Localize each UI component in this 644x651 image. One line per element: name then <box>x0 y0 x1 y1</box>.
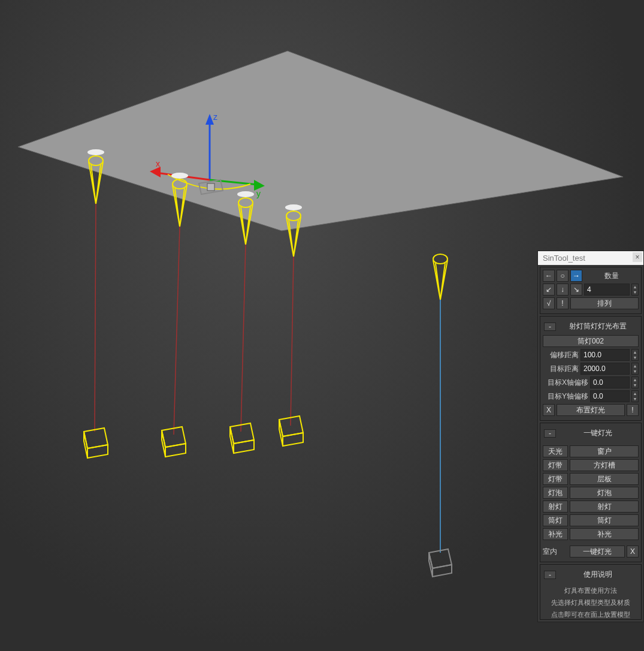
svg-point-11 <box>87 149 104 155</box>
spot-button[interactable]: 射灯 <box>570 501 639 513</box>
onekey-x-button[interactable]: X <box>627 545 639 557</box>
svg-point-35 <box>433 254 448 264</box>
svg-point-29 <box>285 204 302 210</box>
svg-line-13 <box>95 204 96 432</box>
targety-spinner[interactable]: ▲▼ <box>631 390 639 402</box>
dir-dr-icon[interactable]: ↘ <box>570 284 582 296</box>
dir-left-icon[interactable]: ← <box>543 270 555 282</box>
target-input[interactable]: 2000.0 <box>580 363 630 375</box>
ceiling-plane <box>18 51 623 231</box>
svg-text:x: x <box>156 159 160 168</box>
light-4[interactable] <box>279 204 303 446</box>
collapse-icon[interactable]: - <box>544 323 556 331</box>
target-spinner[interactable]: ▲▼ <box>631 363 639 375</box>
dir-down-icon[interactable]: ↓ <box>557 284 569 296</box>
offset-label: 偏移距离 <box>543 350 579 360</box>
svg-text:z: z <box>213 112 217 122</box>
svg-text:y: y <box>256 189 261 198</box>
sky-label[interactable]: 天光 <box>543 445 568 457</box>
arrange-button[interactable]: 排列 <box>570 297 639 309</box>
arrange-group: ← ○ → 数量 ↙ ↓ ↘ 4 ▲▼ √ ! 排列 <box>540 267 642 314</box>
place-warn-icon[interactable]: ! <box>627 404 639 416</box>
svg-rect-10 <box>207 183 214 191</box>
svg-marker-28 <box>234 440 254 453</box>
fill-button[interactable]: 补光 <box>570 528 639 540</box>
shelf-button[interactable]: 层板 <box>570 473 639 485</box>
down-button[interactable]: 筒灯 <box>570 514 639 526</box>
targety-label: 目标Y轴偏移 <box>543 391 588 402</box>
svg-line-19 <box>174 227 180 435</box>
count-label: 数量 <box>584 271 639 281</box>
svg-line-25 <box>241 245 246 432</box>
indoor-button[interactable]: 室内 <box>543 547 568 557</box>
help-line-2: 先选择灯具模型类型及材质 <box>543 595 639 607</box>
svg-marker-34 <box>283 433 303 446</box>
panel-title-bar[interactable]: SinTool_test × <box>538 251 643 265</box>
help-line-3: 点击即可在在面上放置模型 <box>543 607 639 619</box>
count-input[interactable]: 4 <box>584 284 630 296</box>
collapse-icon[interactable]: - <box>544 429 556 438</box>
collapse-icon[interactable]: - <box>544 571 556 579</box>
light-2[interactable] <box>162 173 188 457</box>
svg-marker-22 <box>165 444 186 457</box>
dir-dl-icon[interactable]: ↙ <box>543 284 555 296</box>
svg-point-23 <box>237 191 254 197</box>
offset-spinner[interactable]: ▲▼ <box>631 349 639 361</box>
onekey-title: 一键灯光 <box>558 428 637 438</box>
help-group: - 使用说明 灯具布置使用方法 先选择灯具模型类型及材质 点击即可在在面上放置模… <box>540 564 642 620</box>
light-name-button[interactable]: 筒灯002 <box>543 335 639 347</box>
help-line-1: 灯具布置使用方法 <box>543 583 639 595</box>
targetx-input[interactable]: 0.0 <box>590 376 630 388</box>
fill-label[interactable]: 补光 <box>543 528 568 540</box>
help-title: 使用说明 <box>558 569 637 580</box>
svg-line-31 <box>291 257 294 426</box>
check-icon[interactable]: √ <box>543 297 555 309</box>
sintool-panel: SinTool_test × ← ○ → 数量 ↙ ↓ ↘ 4 ▲▼ √ ! 排… <box>537 251 644 622</box>
targetx-spinner[interactable]: ▲▼ <box>631 376 639 388</box>
onekey-group: - 一键灯光 天光窗户 灯带方灯槽 灯带层板 灯泡灯泡 射灯射灯 筒灯筒灯 补光… <box>540 423 642 562</box>
onekey-light-button[interactable]: 一键灯光 <box>570 545 625 557</box>
svg-point-17 <box>171 173 188 179</box>
window-button[interactable]: 窗户 <box>570 445 639 457</box>
dir-circle-icon[interactable]: ○ <box>557 270 569 282</box>
panel-title-text: SinTool_test <box>543 254 585 263</box>
light-layout-group: - 射灯筒灯灯光布置 筒灯002 偏移距离 100.0 ▲▼ 目标距离 2000… <box>540 316 642 421</box>
offset-input[interactable]: 100.0 <box>580 349 630 361</box>
warn-icon[interactable]: ! <box>557 297 569 309</box>
target-label: 目标距离 <box>543 364 579 374</box>
bulb-label[interactable]: 灯泡 <box>543 487 568 499</box>
targetx-label: 目标X轴偏移 <box>543 378 588 388</box>
targety-input[interactable]: 0.0 <box>590 390 630 402</box>
light-3[interactable] <box>230 191 254 453</box>
close-icon[interactable]: × <box>633 252 642 262</box>
dir-right-icon[interactable]: → <box>570 270 582 282</box>
place-light-button[interactable]: 布置灯光 <box>557 404 625 416</box>
bulb-button[interactable]: 灯泡 <box>570 487 639 499</box>
light-1[interactable] <box>84 149 108 458</box>
light-5-selected[interactable] <box>429 254 452 577</box>
svg-marker-39 <box>433 565 452 577</box>
svg-marker-16 <box>87 445 108 458</box>
slot-button[interactable]: 方灯槽 <box>570 459 639 471</box>
count-spinner[interactable]: ▲▼ <box>631 284 639 296</box>
x-button[interactable]: X <box>543 404 555 416</box>
strip2-label[interactable]: 灯带 <box>543 473 568 485</box>
spot-label[interactable]: 射灯 <box>543 501 568 513</box>
strip-label[interactable]: 灯带 <box>543 459 568 471</box>
light-layout-title: 射灯筒灯灯光布置 <box>558 321 637 331</box>
down-label[interactable]: 筒灯 <box>543 514 568 526</box>
